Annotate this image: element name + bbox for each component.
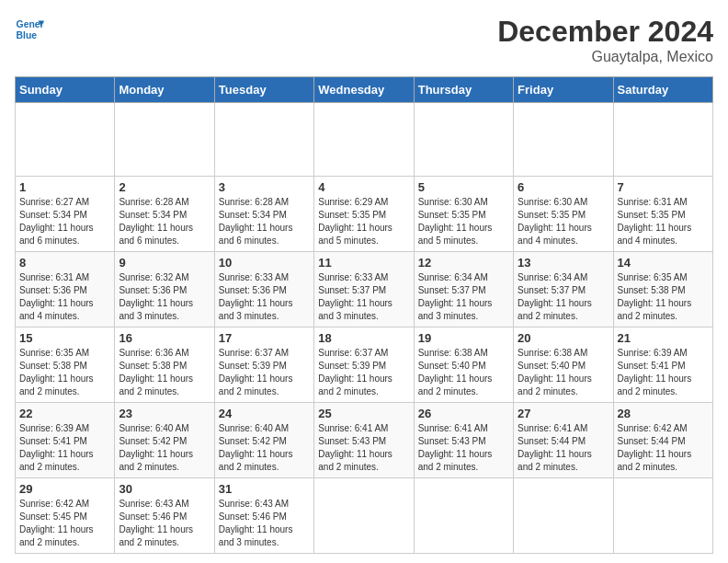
day-info: Sunrise: 6:38 AM Sunset: 5:40 PM Dayligh…	[518, 347, 609, 398]
col-header-monday: Monday	[115, 77, 214, 103]
day-number: 29	[19, 482, 110, 496]
day-number: 31	[219, 482, 310, 496]
calendar-cell: 11Sunrise: 6:33 AM Sunset: 5:37 PM Dayli…	[314, 252, 414, 327]
day-number: 3	[219, 180, 310, 194]
calendar-cell: 8Sunrise: 6:31 AM Sunset: 5:36 PM Daylig…	[16, 252, 115, 327]
day-number: 25	[318, 407, 409, 420]
day-number: 10	[219, 256, 310, 270]
day-number: 21	[618, 331, 709, 345]
day-info: Sunrise: 6:29 AM Sunset: 5:35 PM Dayligh…	[318, 196, 409, 247]
calendar-cell	[514, 103, 613, 177]
day-number: 9	[119, 256, 210, 270]
calendar-week-row: 29Sunrise: 6:42 AM Sunset: 5:45 PM Dayli…	[16, 478, 713, 554]
day-info: Sunrise: 6:31 AM Sunset: 5:35 PM Dayligh…	[618, 196, 709, 247]
calendar-cell	[16, 103, 115, 177]
day-number: 4	[318, 180, 409, 194]
calendar-cell: 19Sunrise: 6:38 AM Sunset: 5:40 PM Dayli…	[414, 327, 513, 403]
calendar-cell: 9Sunrise: 6:32 AM Sunset: 5:36 PM Daylig…	[115, 252, 214, 327]
calendar-cell: 18Sunrise: 6:37 AM Sunset: 5:39 PM Dayli…	[314, 327, 414, 403]
day-number: 7	[618, 180, 709, 194]
col-header-friday: Friday	[514, 77, 613, 103]
day-number: 6	[518, 180, 609, 194]
svg-text:Blue: Blue	[17, 30, 38, 40]
calendar-cell: 12Sunrise: 6:34 AM Sunset: 5:37 PM Dayli…	[414, 252, 513, 327]
page-subtitle: Guaytalpa, Mexico	[497, 49, 713, 65]
day-number: 18	[318, 331, 409, 345]
day-number: 23	[119, 407, 210, 420]
calendar-cell	[414, 478, 513, 554]
calendar-cell: 25Sunrise: 6:41 AM Sunset: 5:43 PM Dayli…	[314, 403, 414, 478]
day-number: 13	[518, 256, 609, 270]
day-info: Sunrise: 6:37 AM Sunset: 5:39 PM Dayligh…	[219, 347, 310, 398]
calendar-cell: 1Sunrise: 6:27 AM Sunset: 5:34 PM Daylig…	[16, 177, 115, 252]
calendar-cell: 6Sunrise: 6:30 AM Sunset: 5:35 PM Daylig…	[514, 177, 613, 252]
day-number: 1	[19, 180, 110, 194]
day-number: 5	[418, 180, 509, 194]
calendar-cell	[514, 478, 613, 554]
day-number: 12	[418, 256, 509, 270]
col-header-tuesday: Tuesday	[214, 77, 313, 103]
calendar-header-row: SundayMondayTuesdayWednesdayThursdayFrid…	[16, 77, 713, 103]
page-title: December 2024	[497, 15, 713, 49]
title-block: December 2024 Guaytalpa, Mexico	[497, 15, 713, 65]
day-info: Sunrise: 6:37 AM Sunset: 5:39 PM Dayligh…	[318, 347, 409, 398]
calendar-cell	[214, 103, 313, 177]
calendar-cell	[414, 103, 513, 177]
calendar-cell	[314, 478, 414, 554]
day-number: 11	[318, 256, 409, 270]
day-number: 20	[518, 331, 609, 345]
calendar-week-row: 8Sunrise: 6:31 AM Sunset: 5:36 PM Daylig…	[16, 252, 713, 327]
day-number: 22	[19, 407, 110, 420]
day-info: Sunrise: 6:39 AM Sunset: 5:41 PM Dayligh…	[19, 422, 110, 474]
calendar-cell: 15Sunrise: 6:35 AM Sunset: 5:38 PM Dayli…	[16, 327, 115, 403]
day-info: Sunrise: 6:39 AM Sunset: 5:41 PM Dayligh…	[618, 347, 709, 398]
day-number: 14	[618, 256, 709, 270]
day-number: 30	[119, 482, 210, 496]
calendar-cell: 13Sunrise: 6:34 AM Sunset: 5:37 PM Dayli…	[514, 252, 613, 327]
day-number: 17	[219, 331, 310, 345]
day-info: Sunrise: 6:32 AM Sunset: 5:36 PM Dayligh…	[119, 271, 210, 323]
day-info: Sunrise: 6:40 AM Sunset: 5:42 PM Dayligh…	[119, 422, 210, 474]
day-info: Sunrise: 6:28 AM Sunset: 5:34 PM Dayligh…	[219, 196, 310, 247]
calendar-cell: 30Sunrise: 6:43 AM Sunset: 5:46 PM Dayli…	[115, 478, 214, 554]
day-number: 27	[518, 407, 609, 420]
calendar-week-row: 15Sunrise: 6:35 AM Sunset: 5:38 PM Dayli…	[16, 327, 713, 403]
day-number: 28	[618, 407, 709, 420]
calendar-week-row	[16, 103, 713, 177]
calendar-cell: 22Sunrise: 6:39 AM Sunset: 5:41 PM Dayli…	[16, 403, 115, 478]
col-header-wednesday: Wednesday	[314, 77, 414, 103]
calendar-table: SundayMondayTuesdayWednesdayThursdayFrid…	[15, 76, 713, 554]
col-header-saturday: Saturday	[613, 77, 712, 103]
day-info: Sunrise: 6:31 AM Sunset: 5:36 PM Dayligh…	[19, 271, 110, 323]
day-info: Sunrise: 6:34 AM Sunset: 5:37 PM Dayligh…	[418, 271, 509, 323]
day-info: Sunrise: 6:28 AM Sunset: 5:34 PM Dayligh…	[119, 196, 210, 247]
calendar-cell: 28Sunrise: 6:42 AM Sunset: 5:44 PM Dayli…	[613, 403, 712, 478]
calendar-cell: 2Sunrise: 6:28 AM Sunset: 5:34 PM Daylig…	[115, 177, 214, 252]
calendar-cell: 14Sunrise: 6:35 AM Sunset: 5:38 PM Dayli…	[613, 252, 712, 327]
calendar-cell: 17Sunrise: 6:37 AM Sunset: 5:39 PM Dayli…	[214, 327, 313, 403]
day-info: Sunrise: 6:42 AM Sunset: 5:44 PM Dayligh…	[618, 422, 709, 474]
day-info: Sunrise: 6:41 AM Sunset: 5:44 PM Dayligh…	[518, 422, 609, 474]
day-number: 16	[119, 331, 210, 345]
calendar-cell: 21Sunrise: 6:39 AM Sunset: 5:41 PM Dayli…	[613, 327, 712, 403]
logo-icon: General Blue	[15, 15, 44, 44]
col-header-thursday: Thursday	[414, 77, 513, 103]
calendar-cell: 24Sunrise: 6:40 AM Sunset: 5:42 PM Dayli…	[214, 403, 313, 478]
calendar-cell: 31Sunrise: 6:43 AM Sunset: 5:46 PM Dayli…	[214, 478, 313, 554]
calendar-cell: 7Sunrise: 6:31 AM Sunset: 5:35 PM Daylig…	[613, 177, 712, 252]
col-header-sunday: Sunday	[16, 77, 115, 103]
day-info: Sunrise: 6:41 AM Sunset: 5:43 PM Dayligh…	[318, 422, 409, 474]
page-header: General Blue December 2024 Guaytalpa, Me…	[15, 15, 713, 65]
calendar-cell	[115, 103, 214, 177]
day-number: 24	[219, 407, 310, 420]
day-info: Sunrise: 6:34 AM Sunset: 5:37 PM Dayligh…	[518, 271, 609, 323]
calendar-cell: 20Sunrise: 6:38 AM Sunset: 5:40 PM Dayli…	[514, 327, 613, 403]
day-info: Sunrise: 6:30 AM Sunset: 5:35 PM Dayligh…	[418, 196, 509, 247]
calendar-cell	[314, 103, 414, 177]
calendar-cell: 29Sunrise: 6:42 AM Sunset: 5:45 PM Dayli…	[16, 478, 115, 554]
day-info: Sunrise: 6:41 AM Sunset: 5:43 PM Dayligh…	[418, 422, 509, 474]
calendar-cell: 27Sunrise: 6:41 AM Sunset: 5:44 PM Dayli…	[514, 403, 613, 478]
calendar-cell: 3Sunrise: 6:28 AM Sunset: 5:34 PM Daylig…	[214, 177, 313, 252]
day-number: 8	[19, 256, 110, 270]
logo: General Blue	[15, 15, 44, 44]
